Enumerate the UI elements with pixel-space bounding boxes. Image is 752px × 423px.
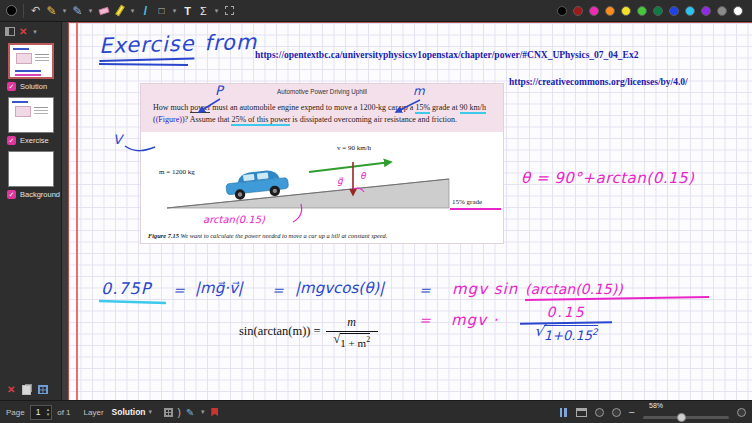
- source-url[interactable]: https://opentextbc.ca/universityphysicsv…: [255, 50, 638, 60]
- color-swatch[interactable]: [589, 6, 599, 16]
- color-swatch[interactable]: [637, 6, 647, 16]
- line-tool-icon[interactable]: /: [139, 3, 152, 19]
- select-tool-icon[interactable]: [223, 3, 236, 19]
- text-segment: )? Assume that: [182, 115, 232, 124]
- color-swatch[interactable]: [717, 6, 727, 16]
- page-number-spinner[interactable]: 1 ▴▾: [30, 405, 53, 420]
- layer-visibility-checkbox[interactable]: ✓: [7, 136, 16, 145]
- layer-row-exercise[interactable]: ✓ Exercise: [0, 133, 56, 147]
- current-color-swatch[interactable]: [5, 3, 18, 19]
- sine-argument: (arctan(0.15)): [525, 281, 623, 297]
- color-swatch[interactable]: [701, 6, 711, 16]
- caption-label: Figure 7.15: [148, 232, 179, 239]
- chevron-down-icon[interactable]: ▾: [31, 28, 38, 36]
- sidebar-bottom-toolbar: ✕: [0, 380, 55, 400]
- pen-tool-icon[interactable]: ✎: [71, 3, 84, 19]
- bookmark-icon[interactable]: [211, 408, 218, 417]
- incline-diagram-svg: v = 90 km/h m = 1200 kg g⃗ θ arctan(0.15…: [141, 132, 503, 229]
- preview-mark: [16, 53, 32, 64]
- shape-recognizer-icon[interactable]: ): [178, 407, 181, 418]
- figure-caption: Figure 7.15 We want to calculate the pow…: [141, 229, 503, 243]
- preview-pane-icon[interactable]: [5, 27, 15, 36]
- work-lhs: 0.75P: [101, 279, 151, 298]
- highlighter-tool-icon[interactable]: [113, 3, 126, 19]
- grid-view-icon[interactable]: [38, 385, 48, 394]
- dot-product-term: |mg⃗·v⃗|: [195, 279, 243, 297]
- pen-indicator-icon[interactable]: ✎: [186, 407, 194, 418]
- color-swatch[interactable]: [733, 6, 743, 16]
- color-swatch[interactable]: [557, 6, 567, 16]
- chevron-down-icon[interactable]: ▾: [199, 408, 206, 416]
- chevron-down-icon[interactable]: ▾: [213, 3, 220, 19]
- highlighter-icon: [115, 5, 124, 16]
- chevron-down-icon[interactable]: ▾: [87, 3, 94, 19]
- layer-visibility-checkbox[interactable]: ✓: [7, 190, 16, 199]
- license-url[interactable]: https://creativecommons.org/licenses/by/…: [509, 77, 688, 87]
- zoom-slider[interactable]: [643, 416, 729, 419]
- snap-grid-icon[interactable]: [164, 408, 173, 417]
- chevron-down-icon[interactable]: ▾: [61, 3, 68, 19]
- zoom-percent-label: 58%: [649, 402, 663, 409]
- arctan-underline-stroke: [525, 297, 709, 300]
- duplicate-layer-icon[interactable]: [22, 385, 31, 395]
- math-tex-tool-icon[interactable]: Σ: [197, 3, 210, 19]
- dual-page-icon[interactable]: [559, 405, 568, 420]
- color-swatch[interactable]: [669, 6, 679, 16]
- eraser-tool-icon[interactable]: [97, 3, 110, 19]
- radicand: 1 + m2: [340, 333, 370, 349]
- identity-lhs: sin(arctan(m)) =: [239, 324, 321, 339]
- problem-image-block[interactable]: Automotive Power Driving Uphill How much…: [141, 84, 503, 243]
- zoom-out-icon[interactable]: −: [629, 406, 635, 418]
- spinner-arrows-icon[interactable]: ▴▾: [47, 407, 50, 417]
- text-segment: is dissipated overcoming air resistance …: [290, 115, 457, 124]
- power-annotation: P: [215, 83, 223, 98]
- color-swatch[interactable]: [605, 6, 615, 16]
- close-sidebar-icon[interactable]: ✕: [19, 26, 27, 37]
- notebook-page[interactable]: Exercisefrom https://opentextbc.ca/unive…: [68, 22, 752, 400]
- layer-preview-background[interactable]: [8, 151, 54, 187]
- text-segment: must an automobile engine expend to move…: [210, 103, 415, 112]
- shape-tool-icon[interactable]: □: [155, 3, 168, 19]
- undo-icon[interactable]: ↶: [29, 3, 42, 19]
- sine-term: mgv sin: [452, 280, 518, 298]
- layer-dropdown[interactable]: Solution ▾: [109, 405, 159, 420]
- preview-mark: [12, 101, 28, 103]
- radicand: 1+0.152: [544, 325, 598, 343]
- layer-visibility-checkbox[interactable]: ✓: [7, 82, 16, 91]
- fit-page-icon[interactable]: [612, 408, 621, 417]
- radical-sign: √: [333, 333, 340, 344]
- text-tool-icon[interactable]: T: [181, 3, 194, 19]
- layer-preview-solution[interactable]: [8, 43, 54, 79]
- chevron-down-icon[interactable]: ▾: [129, 3, 136, 19]
- chevron-down-icon: ▾: [149, 408, 156, 416]
- fraction-numerator: 0.15: [516, 304, 616, 320]
- color-swatch[interactable]: [573, 6, 583, 16]
- text-segment: 25% of this power: [231, 115, 290, 126]
- zoom-original-icon[interactable]: [737, 408, 746, 417]
- color-swatch[interactable]: [653, 6, 663, 16]
- fraction-denominator: √1 + m2: [333, 333, 370, 349]
- zoom-slider-handle[interactable]: [677, 413, 686, 422]
- figure-link[interactable]: (Figure): [156, 115, 182, 124]
- layer-preview-exercise[interactable]: [8, 97, 54, 133]
- grade-label: 15% grade: [452, 198, 482, 206]
- text-segment: grade at: [430, 103, 460, 112]
- pencil-tool-icon[interactable]: ✎: [45, 3, 58, 19]
- fit-width-icon[interactable]: [595, 408, 604, 417]
- layer-row-solution[interactable]: ✓ Solution: [0, 79, 54, 93]
- layer-row-background[interactable]: ✓ Background: [0, 187, 67, 201]
- chevron-down-icon[interactable]: ▾: [171, 3, 178, 19]
- handwritten-fraction: 0.15 √1+0.152: [516, 304, 616, 343]
- preview-mark: [34, 107, 48, 108]
- arctan-annotation: arctan(0.15): [203, 214, 266, 225]
- black-color-icon: [6, 5, 17, 16]
- color-swatch[interactable]: [621, 6, 631, 16]
- fullscreen-icon[interactable]: [576, 408, 587, 417]
- two-bars-icon: [559, 405, 568, 420]
- color-swatch[interactable]: [685, 6, 695, 16]
- status-bar: Page 1 ▴▾ of 1 Layer Solution ▾ ) ✎ ▾ − …: [0, 400, 752, 423]
- cosine-term: |mgvcos(θ)|: [295, 279, 384, 297]
- lhs-underline-stroke: [99, 301, 166, 303]
- delete-layer-icon[interactable]: ✕: [7, 384, 15, 395]
- canvas-area[interactable]: Exercisefrom https://opentextbc.ca/unive…: [62, 22, 752, 400]
